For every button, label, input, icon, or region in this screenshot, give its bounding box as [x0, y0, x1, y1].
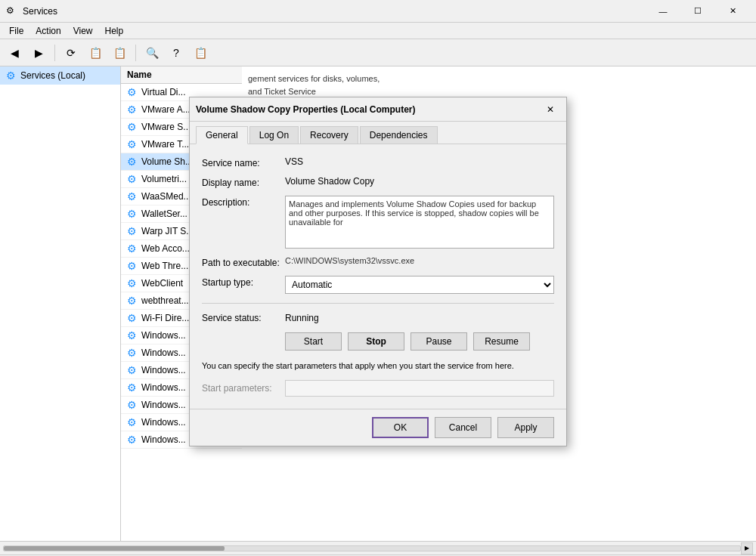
svc-icon: ⚙ [127, 121, 137, 133]
name-column-header: Name [127, 70, 152, 80]
properties-button[interactable]: 📋 [108, 42, 131, 63]
refresh-button[interactable]: ⟳ [60, 42, 82, 63]
main-area: ⚙ Services (Local) Name ⚙Virtual Di... ⚙… [0, 66, 756, 541]
svc-icon: ⚙ [127, 242, 137, 255]
search-button[interactable]: 🔍 [141, 42, 163, 63]
svc-icon: ⚙ [127, 260, 137, 272]
svc-icon: ⚙ [127, 86, 137, 98]
services-local-icon: ⚙ [6, 70, 16, 82]
start-button[interactable]: Start [285, 332, 342, 351]
description-textarea[interactable] [285, 196, 554, 249]
display-name-row: Display name: Volume Shadow Copy [202, 176, 554, 188]
svc-icon: ⚙ [127, 190, 137, 202]
svc-icon: ⚙ [127, 138, 137, 150]
params-row: Start parameters: [202, 380, 554, 397]
ok-button[interactable]: OK [372, 417, 429, 438]
menu-bar: File Action View Help [0, 23, 756, 39]
toolbar-separator-1 [54, 45, 55, 61]
svc-icon: ⚙ [127, 277, 137, 289]
scroll-area: ▶ [0, 541, 756, 554]
toolbar-separator-2 [135, 45, 136, 61]
help-button[interactable]: ? [165, 42, 187, 63]
divider [202, 303, 554, 304]
description-label: Description: [202, 196, 285, 208]
svc-icon: ⚙ [127, 399, 137, 411]
service-name-row: Service name: VSS [202, 156, 554, 168]
path-value: C:\WINDOWS\system32\vssvc.exe [285, 256, 554, 265]
tab-recovery[interactable]: Recovery [300, 126, 358, 144]
resume-button[interactable]: Resume [473, 332, 530, 351]
toolbar: ◀ ▶ ⟳ 📋 📋 🔍 ? 📋 [0, 39, 756, 66]
dialog-footer: OK Cancel Apply [190, 409, 566, 446]
svc-icon: ⚙ [127, 381, 137, 394]
tab-dependencies[interactable]: Dependencies [360, 126, 438, 144]
svc-icon: ⚙ [127, 208, 137, 220]
dialog-title: Volume Shadow Copy Properties (Local Com… [196, 104, 541, 115]
app-icon: ⚙ [6, 5, 18, 17]
service-status-row: Service status: Running [202, 313, 554, 323]
description-row: Description: [202, 196, 554, 249]
dialog-tabs: General Log On Recovery Dependencies [190, 122, 566, 144]
svc-icon: ⚙ [127, 225, 137, 237]
close-button[interactable]: ✕ [715, 0, 750, 23]
stop-button[interactable]: Stop [348, 332, 404, 351]
svc-icon: ⚙ [127, 295, 137, 307]
pause-button[interactable]: Pause [411, 332, 467, 351]
svc-icon: ⚙ [127, 329, 137, 341]
scrollbar-thumb[interactable] [4, 546, 225, 551]
tab-general[interactable]: General [196, 126, 248, 144]
params-input[interactable] [285, 380, 554, 397]
desc-line-1: and Ticket Service [248, 85, 750, 98]
scroll-right-button[interactable]: ▶ [741, 542, 753, 554]
svc-icon: ⚙ [127, 416, 137, 428]
back-button[interactable]: ◀ [3, 42, 26, 63]
display-name-value: Volume Shadow Copy [285, 176, 554, 187]
svc-icon: ⚙ [127, 173, 137, 185]
apply-button[interactable]: Apply [497, 417, 554, 438]
tab-logon[interactable]: Log On [249, 126, 299, 144]
export-button[interactable]: 📋 [84, 42, 107, 63]
menu-file[interactable]: File [3, 23, 29, 39]
service-buttons: Start Stop Pause Resume [202, 332, 554, 351]
view-button[interactable]: 📋 [189, 42, 212, 63]
service-name-label: Service name: [202, 156, 285, 168]
info-text: You can specify the start parameters tha… [202, 360, 554, 372]
display-name-label: Display name: [202, 176, 285, 188]
scrollbar[interactable] [3, 545, 741, 551]
svc-icon: ⚙ [127, 364, 137, 376]
startup-select[interactable]: Automatic Automatic (Delayed Start) Manu… [285, 276, 554, 294]
path-row: Path to executable: C:\WINDOWS\system32\… [202, 256, 554, 268]
left-panel: ⚙ Services (Local) [0, 66, 121, 541]
menu-help[interactable]: Help [99, 23, 130, 39]
minimize-button[interactable]: — [646, 0, 680, 23]
properties-dialog: Volume Shadow Copy Properties (Local Com… [189, 97, 567, 446]
dialog-content: Service name: VSS Display name: Volume S… [190, 144, 566, 409]
services-local-label: Services (Local) [20, 70, 85, 81]
cancel-button[interactable]: Cancel [435, 417, 491, 438]
svc-icon: ⚙ [127, 347, 137, 359]
forward-button[interactable]: ▶ [27, 42, 50, 63]
service-name-value: VSS [285, 156, 554, 167]
svc-icon: ⚙ [127, 103, 137, 116]
desc-line-0: gement services for disks, volumes, [248, 73, 750, 85]
title-bar-text: Services [23, 6, 646, 17]
status-label: Service status: [202, 313, 285, 323]
svc-icon: ⚙ [127, 434, 137, 446]
svc-icon: ⚙ [127, 312, 137, 324]
list-header: Name [121, 66, 242, 84]
maximize-button[interactable]: ☐ [680, 0, 715, 23]
window-controls: — ☐ ✕ [646, 0, 750, 23]
path-label: Path to executable: [202, 256, 285, 268]
status-value: Running [285, 313, 319, 323]
svc-icon: ⚙ [127, 156, 137, 168]
startup-label: Startup type: [202, 276, 285, 288]
menu-view[interactable]: View [67, 23, 99, 39]
params-label: Start parameters: [202, 383, 285, 394]
menu-action[interactable]: Action [29, 23, 67, 39]
dialog-close-button[interactable]: ✕ [541, 100, 560, 119]
dialog-title-bar: Volume Shadow Copy Properties (Local Com… [190, 97, 566, 122]
services-local-item[interactable]: ⚙ Services (Local) [0, 66, 120, 85]
title-bar: ⚙ Services — ☐ ✕ [0, 0, 756, 23]
startup-row: Startup type: Automatic Automatic (Delay… [202, 276, 554, 294]
